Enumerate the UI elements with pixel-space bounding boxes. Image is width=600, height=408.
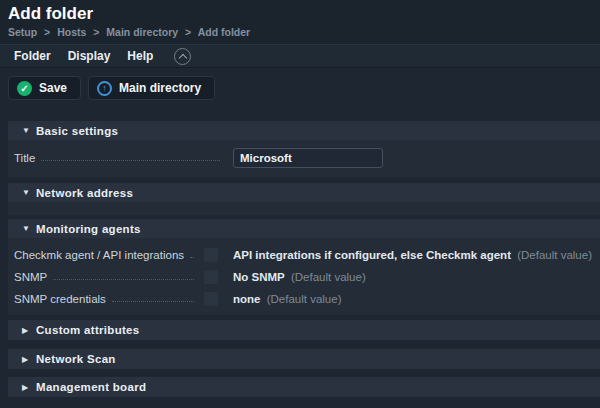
breadcrumb-setup[interactable]: Setup (8, 26, 37, 38)
section-header-custom-attributes[interactable]: ▶ Custom attributes (8, 320, 600, 340)
breadcrumb-separator: > (185, 26, 191, 38)
section-network-address: ▼ Network address (8, 183, 600, 215)
triangle-expanded-icon: ▼ (22, 224, 36, 233)
check-circle-icon: ✓ (17, 81, 32, 96)
section-management-board: ▶ Management board (8, 377, 600, 397)
snmp-credentials-default-note: (Default value) (267, 293, 342, 305)
section-network-scan: ▶ Network Scan (8, 349, 600, 369)
section-title: Management board (36, 381, 146, 393)
checkbox-snmp-credentials[interactable] (204, 292, 218, 306)
menu-display[interactable]: Display (68, 49, 111, 63)
action-bar: ✓ Save ↑ Main directory (8, 76, 215, 100)
chevron-up-icon (179, 53, 187, 61)
dotted-leader (190, 257, 194, 258)
triangle-collapsed-icon: ▶ (22, 355, 36, 364)
field-row-snmp: SNMP No SNMP (Default value) (8, 266, 600, 288)
breadcrumb: Setup > Hosts > Main directory > Add fol… (8, 26, 250, 38)
main-directory-button-label: Main directory (119, 81, 201, 95)
title-field-label: Title (14, 152, 35, 164)
breadcrumb-hosts[interactable]: Hosts (57, 26, 86, 38)
snmp-label: SNMP (14, 271, 47, 283)
field-row-title: Title (8, 140, 600, 168)
snmp-credentials-label: SNMP credentials (14, 293, 106, 305)
field-row-snmp-credentials: SNMP credentials none (Default value) (8, 288, 600, 310)
up-arrow-circle-icon: ↑ (97, 81, 112, 96)
checkbox-snmp[interactable] (204, 270, 218, 284)
section-header-network-scan[interactable]: ▶ Network Scan (8, 349, 600, 369)
section-body-network-address (8, 202, 600, 215)
save-button[interactable]: ✓ Save (8, 76, 81, 100)
snmp-default-note: (Default value) (291, 271, 366, 283)
checkbox-checkmk-agent[interactable] (204, 248, 218, 262)
triangle-collapsed-icon: ▶ (22, 326, 36, 335)
breadcrumb-separator: > (93, 26, 99, 38)
section-body-basic-settings: Title (8, 140, 600, 177)
section-title: Custom attributes (36, 324, 140, 336)
section-basic-settings: ▼ Basic settings Title (8, 121, 600, 177)
checkmk-agent-label: Checkmk agent / API integrations (14, 249, 184, 261)
section-header-monitoring-agents[interactable]: ▼ Monitoring agents (8, 219, 600, 238)
title-input[interactable] (233, 148, 383, 168)
section-body-monitoring-agents: Checkmk agent / API integrations API int… (8, 238, 600, 315)
section-custom-attributes: ▶ Custom attributes (8, 320, 600, 340)
section-monitoring-agents: ▼ Monitoring agents Checkmk agent / API … (8, 219, 600, 315)
save-button-label: Save (39, 81, 67, 95)
breadcrumb-add-folder: Add folder (198, 26, 251, 38)
main-directory-button[interactable]: ↑ Main directory (88, 76, 215, 100)
field-row-checkmk-agent: Checkmk agent / API integrations API int… (8, 244, 600, 266)
triangle-expanded-icon: ▼ (22, 188, 36, 197)
triangle-expanded-icon: ▼ (22, 126, 36, 135)
dotted-leader (41, 160, 220, 161)
dotted-leader (53, 279, 194, 280)
section-header-network-address[interactable]: ▼ Network address (8, 183, 600, 202)
section-title: Basic settings (36, 125, 118, 137)
checkmk-agent-value: API integrations if configured, else Che… (233, 249, 511, 261)
dotted-leader (112, 301, 194, 302)
menubar: Folder Display Help (0, 44, 600, 68)
menu-folder[interactable]: Folder (14, 49, 51, 63)
triangle-collapsed-icon: ▶ (22, 383, 36, 392)
section-title: Network Scan (36, 353, 116, 365)
page-header: Add folder Setup > Hosts > Main director… (0, 0, 600, 44)
section-header-basic-settings[interactable]: ▼ Basic settings (8, 121, 600, 140)
section-header-management-board[interactable]: ▶ Management board (8, 377, 600, 397)
breadcrumb-main-directory[interactable]: Main directory (106, 26, 178, 38)
section-title: Network address (36, 187, 133, 199)
page-title: Add folder (8, 4, 93, 24)
menu-help[interactable]: Help (127, 49, 153, 63)
section-title: Monitoring agents (36, 223, 141, 235)
snmp-credentials-value: none (233, 293, 260, 305)
breadcrumb-separator: > (44, 26, 50, 38)
snmp-value: No SNMP (233, 271, 285, 283)
checkmk-agent-default-note: (Default value) (517, 249, 592, 261)
chevron-up-circle-icon[interactable] (174, 48, 191, 65)
